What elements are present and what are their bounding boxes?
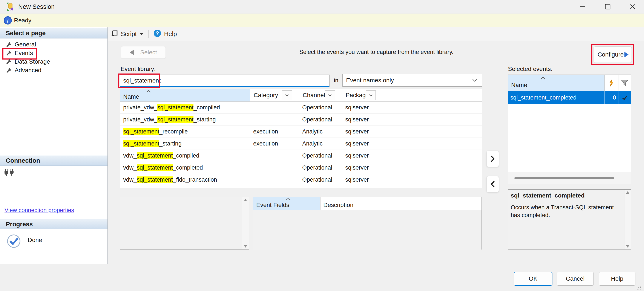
selected-event-row[interactable]: sql_statement_completed0	[508, 91, 631, 104]
scrollbar-thumb[interactable]	[514, 177, 614, 179]
cancel-button[interactable]: Cancel	[557, 272, 594, 286]
column-header-package[interactable]: Package	[342, 89, 383, 102]
channel-cell: Operational	[299, 102, 342, 114]
search-match-highlight: sql_statement	[137, 164, 173, 171]
table-row[interactable]: private_vdw_sql_statement_compiledOperat…	[120, 102, 482, 114]
maximize-button[interactable]	[598, 0, 618, 13]
spacer-cell	[383, 138, 482, 150]
check-icon	[622, 95, 628, 100]
sidebar-item-advanced[interactable]: Advanced	[0, 66, 108, 74]
filter-funnel-icon	[621, 80, 628, 86]
search-match-highlight: sql_statement	[123, 128, 159, 135]
event-name-cell: sql_statement_recompile	[120, 126, 250, 138]
table-row[interactable]: sql_statement_startingexecutionAnalytics…	[120, 138, 482, 150]
event-search-input[interactable]	[120, 74, 330, 87]
scroll-up-icon[interactable]	[626, 191, 630, 194]
script-button[interactable]: Script	[108, 28, 146, 40]
spacer-cell	[383, 150, 482, 162]
main-toolbar: Script ? Help	[108, 27, 644, 41]
toolbar-separator	[148, 30, 148, 38]
instruction-text: Select the events you want to capture fr…	[254, 49, 499, 56]
event-name-cell: private_vdw_sql_statement_starting	[120, 114, 250, 126]
table-row[interactable]: vdw_sql_statement_fido_transactionOperat…	[120, 174, 482, 186]
column-header-spacer	[383, 89, 482, 102]
table-row[interactable]: vdw_sql_statement_compiledOperationalsql…	[120, 150, 482, 162]
column-header-description[interactable]: Description	[320, 197, 387, 210]
resize-grip[interactable]	[636, 285, 641, 290]
svg-text:i: i	[7, 18, 8, 24]
minimize-button[interactable]	[573, 0, 593, 13]
column-header-selected-name[interactable]: Name	[508, 75, 605, 91]
selected-events-rows: sql_statement_completed0	[508, 91, 631, 104]
category-cell: execution	[250, 126, 299, 138]
vertical-scrollbar[interactable]	[624, 190, 631, 249]
script-dropdown-caret[interactable]	[140, 33, 144, 35]
remove-event-button[interactable]	[486, 176, 499, 192]
category-cell	[250, 150, 299, 162]
vertical-scrollbar[interactable]	[242, 197, 249, 249]
search-match-highlight: sql_statement	[123, 140, 159, 147]
search-match-highlight: sql_statement	[137, 152, 173, 159]
column-header-event-fields[interactable]: Event Fields	[253, 197, 320, 210]
event-fields-header: Event Fields Description	[253, 197, 482, 210]
window-title: New Session	[18, 3, 54, 10]
sidebar-item-data-storage[interactable]: Data Storage	[0, 58, 108, 66]
column-header-name[interactable]: Name	[120, 89, 250, 102]
done-check-icon	[7, 234, 21, 249]
svg-text:?: ?	[156, 30, 159, 36]
configure-button[interactable]: Configure	[594, 46, 632, 63]
column-header-category[interactable]: Category	[250, 89, 299, 102]
spacer-cell	[383, 162, 482, 174]
sidebar-item-general[interactable]: General	[0, 40, 108, 49]
search-scope-value: Event names only	[346, 77, 394, 84]
channel-cell: Operational	[299, 162, 342, 174]
filter-column-header[interactable]	[618, 75, 631, 91]
event-fields-body	[253, 210, 482, 250]
filter-check-cell	[618, 91, 631, 104]
select-a-page-header: Select a page	[0, 28, 108, 38]
column-header-channel[interactable]: Channel	[299, 89, 342, 102]
help-button[interactable]: Help	[599, 272, 636, 286]
ok-button[interactable]: OK	[514, 272, 552, 286]
wrench-icon	[6, 42, 12, 48]
category-cell: execution	[250, 138, 299, 150]
search-match-highlight: sql_statement	[157, 116, 194, 123]
table-row[interactable]: sql_statement_recompileexecutionAnalytic…	[120, 126, 482, 138]
channel-cell: Operational	[299, 150, 342, 162]
add-event-button[interactable]	[486, 151, 499, 167]
channel-cell: Analytic	[299, 126, 342, 138]
horizontal-scrollbar[interactable]	[508, 172, 631, 184]
category-cell	[250, 102, 299, 114]
progress-header: Progress	[0, 219, 108, 229]
connection-header: Connection	[0, 156, 108, 166]
category-filter-dropdown[interactable]	[282, 90, 292, 100]
sort-ascending-icon	[540, 76, 546, 80]
script-label: Script	[121, 30, 137, 38]
status-text: Ready	[14, 17, 32, 24]
package-cell: sqlserver	[342, 162, 383, 174]
spacer-cell	[383, 126, 482, 138]
search-match-highlight: sql_statement	[157, 104, 194, 111]
sidebar-item-events[interactable]: Events	[0, 49, 108, 58]
select-back-button[interactable]: Select	[121, 46, 166, 59]
search-scope-dropdown[interactable]: Event names only	[342, 74, 482, 86]
package-filter-dropdown[interactable]	[366, 90, 376, 100]
spacer-cell	[383, 102, 482, 114]
title-bar: New Session	[0, 0, 644, 14]
sidebar-pages: GeneralEventsData StorageAdvanced	[0, 40, 108, 79]
in-label: in	[334, 77, 338, 84]
help-toolbar-button[interactable]: ? Help	[150, 28, 180, 40]
channel-filter-dropdown[interactable]	[325, 90, 335, 100]
table-row[interactable]: vdw_sql_statement_completedOperationalsq…	[120, 162, 482, 174]
scroll-up-icon[interactable]	[244, 199, 247, 202]
help-icon: ?	[153, 29, 162, 39]
view-connection-properties-link[interactable]: View connection properties	[4, 207, 74, 214]
event-description-body: Occurs when a Transact-SQL statement has…	[511, 204, 618, 219]
event-name-cell: sql_statement_starting	[120, 138, 250, 150]
close-button[interactable]	[623, 0, 642, 13]
scroll-down-icon[interactable]	[626, 245, 630, 248]
scroll-down-icon[interactable]	[244, 245, 247, 248]
table-row[interactable]: private_vdw_sql_statement_startingOperat…	[120, 114, 482, 126]
actions-column-header[interactable]	[604, 75, 618, 91]
spacer-cell	[383, 114, 482, 126]
